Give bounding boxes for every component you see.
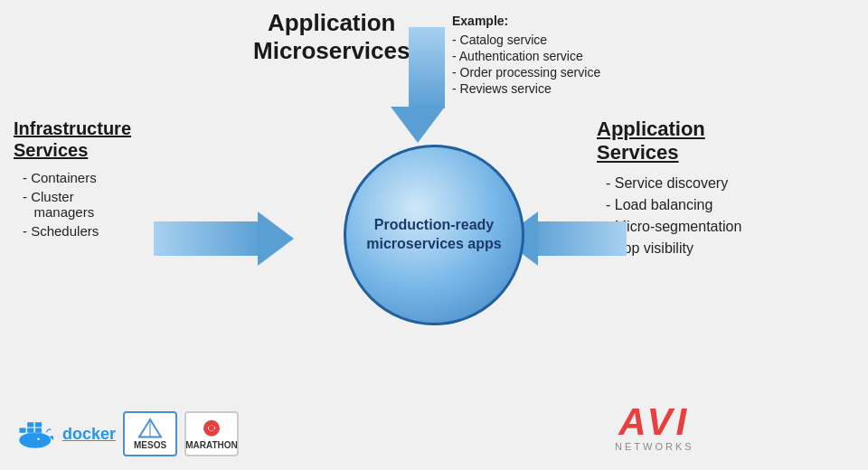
right-title-line2: Services [597, 141, 679, 164]
arrow-left-body [154, 221, 262, 256]
docker-whale-icon [14, 418, 59, 450]
right-title: Application Services [597, 118, 741, 165]
svg-point-13 [209, 426, 214, 431]
example-item-2: Authentication service [452, 48, 600, 64]
marathon-logo: MARATHON [184, 411, 239, 456]
mesos-icon [137, 418, 164, 440]
infra-list: Containers Cluster managers Schedulers [14, 168, 131, 240]
infra-item-2: Cluster managers [14, 187, 131, 221]
marathon-icon [198, 418, 225, 440]
center-circle-text: Production-ready microservices apps [357, 207, 510, 263]
logos-area: docker MESOS MARATHON [14, 411, 239, 456]
svg-rect-2 [27, 428, 34, 433]
avi-text: AVI [615, 403, 694, 441]
diagram-container: Application Microservices Example: Catal… [0, 0, 868, 470]
example-item-4: Reviews service [452, 80, 600, 97]
top-section: Application Microservices [253, 9, 410, 65]
svg-point-0 [19, 432, 51, 448]
svg-rect-5 [35, 422, 42, 428]
app-service-item-2: Load balancing [597, 194, 741, 216]
example-item-3: Order processing service [452, 64, 600, 80]
top-title-line2: Microservices [253, 37, 410, 64]
center-text-line2: microservices apps [366, 236, 501, 251]
center-text-line1: Production-ready [374, 217, 494, 232]
avi-logo: AVI Networks [615, 403, 694, 452]
svg-line-11 [150, 419, 161, 437]
left-title: Infrastructure Services [14, 118, 131, 161]
docker-label: docker [62, 425, 116, 444]
example-box: Example: Catalog service Authentication … [452, 14, 600, 97]
left-section: Infrastructure Services Containers Clust… [14, 118, 131, 240]
svg-line-10 [139, 419, 150, 437]
arrow-right-body [527, 221, 627, 256]
example-item-1: Catalog service [452, 32, 600, 48]
avi-brand: AVI [618, 400, 690, 443]
example-list: Catalog service Authentication service O… [452, 32, 600, 97]
svg-point-6 [37, 437, 40, 440]
avi-networks: Networks [615, 441, 694, 452]
svg-rect-1 [19, 428, 26, 433]
arrow-left-head [258, 212, 294, 266]
mesos-label: MESOS [134, 440, 166, 450]
example-label: Example: [452, 14, 600, 28]
top-title-line1: Application [268, 9, 396, 36]
center-circle: Production-ready microservices apps [344, 145, 524, 325]
app-service-item-1: Service discovery [597, 173, 741, 194]
left-title-line1: Infrastructure [14, 118, 131, 138]
marathon-label: MARATHON [185, 440, 238, 450]
mesos-logo: MESOS [123, 411, 177, 456]
svg-rect-4 [27, 422, 34, 428]
svg-rect-3 [35, 428, 42, 433]
docker-logo: docker [14, 418, 116, 450]
infra-item-3: Schedulers [14, 221, 131, 240]
top-title: Application Microservices [253, 9, 410, 65]
left-title-line2: Services [14, 140, 88, 160]
arrow-top-head [391, 107, 445, 143]
arrow-top-body [409, 27, 445, 108]
avi-networks-label: Networks [615, 441, 694, 452]
infra-item-1: Containers [14, 168, 131, 187]
right-title-line1: Application [597, 118, 705, 140]
